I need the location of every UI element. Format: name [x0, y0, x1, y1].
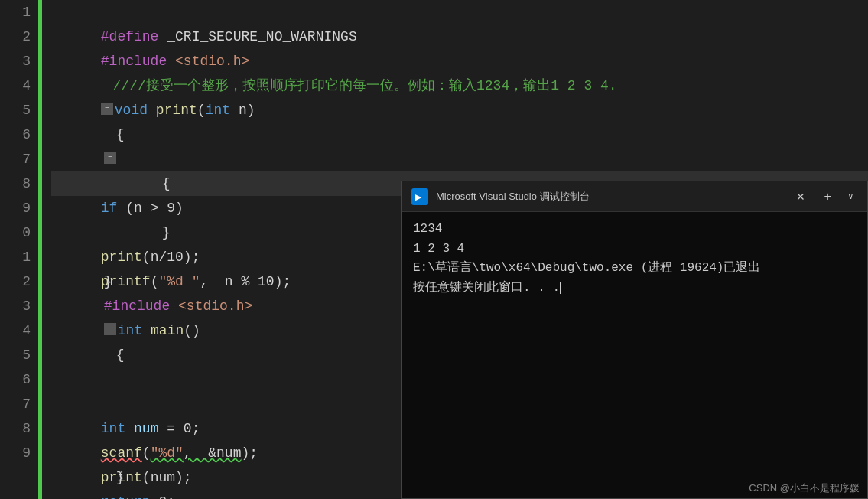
editor-container: 1 2 3 4 5 6 7 8 9 0 1 2 3 4 5 6 7 8 9 #d… — [0, 0, 868, 499]
line-num-11: 1 — [0, 245, 31, 269]
code-line-4: −void print(int n) — [51, 73, 868, 98]
code-line-1: #define _CRI_SECURE_NO_WARNINGS — [51, 0, 868, 24]
terminal-chevron-button[interactable]: ∨ — [844, 189, 858, 204]
svg-text:▶: ▶ — [415, 193, 422, 201]
line-num-6: 6 — [0, 122, 31, 147]
line-num-19: 9 — [0, 441, 31, 465]
terminal-body: 1234 1 2 3 4 E:\草语言\two\x64\Debug\two.ex… — [402, 212, 867, 478]
code-line-6: − if (n > 9) — [51, 122, 868, 147]
terminal-output-line3: E:\草语言\two\x64\Debug\two.exe (进程 19624)已… — [413, 259, 857, 279]
terminal-output-line4: 按任意键关闭此窗口. . . — [413, 279, 857, 298]
line-num-13: 3 — [0, 294, 31, 318]
terminal-add-button[interactable]: + — [819, 188, 835, 205]
terminal-icon: ▶ — [411, 188, 428, 205]
line-num-16: 6 — [0, 367, 31, 392]
line-num-14: 4 — [0, 318, 31, 343]
line-numbers: 1 2 3 4 5 6 7 8 9 0 1 2 3 4 5 6 7 8 9 — [0, 0, 38, 499]
line-num-10: 0 — [0, 220, 31, 245]
line-num-18: 8 — [0, 416, 31, 441]
terminal-overlay: ▶ Microsoft Visual Studio 调试控制台 ✕ + ∨ 12… — [401, 181, 868, 499]
line-num-17: 7 — [0, 392, 31, 416]
terminal-close-button[interactable]: ✕ — [790, 189, 811, 204]
line-num-9: 9 — [0, 196, 31, 220]
line-num-5: 5 — [0, 98, 31, 122]
terminal-output-line2: 1 2 3 4 — [413, 240, 857, 259]
terminal-output-line1: 1234 — [413, 220, 857, 240]
line-num-15: 5 — [0, 343, 31, 367]
terminal-cursor — [560, 282, 561, 294]
line-num-7: 7 — [0, 147, 31, 171]
line-num-2: 2 — [0, 24, 31, 49]
line-num-4: 4 — [0, 73, 31, 98]
terminal-footer: CSDN @小白不是程序媛 — [402, 478, 867, 498]
line-num-12: 2 — [0, 269, 31, 294]
code-line-2: #include <stdio.h> — [51, 24, 868, 49]
line-num-3: 3 — [0, 49, 31, 73]
terminal-titlebar: ▶ Microsoft Visual Studio 调试控制台 ✕ + ∨ — [402, 181, 867, 212]
code-line-5: { — [51, 98, 868, 122]
code-line-7: { — [51, 147, 868, 171]
line-num-1: 1 — [0, 0, 31, 24]
terminal-title: Microsoft Visual Studio 调试控制台 — [436, 190, 782, 204]
code-line-3: ////接受一个整形，按照顺序打印它的每一位。例如：输入1234，输出1 2 3… — [51, 49, 868, 73]
terminal-watermark: CSDN @小白不是程序媛 — [749, 482, 860, 494]
line-num-8: 8 — [0, 171, 31, 196]
